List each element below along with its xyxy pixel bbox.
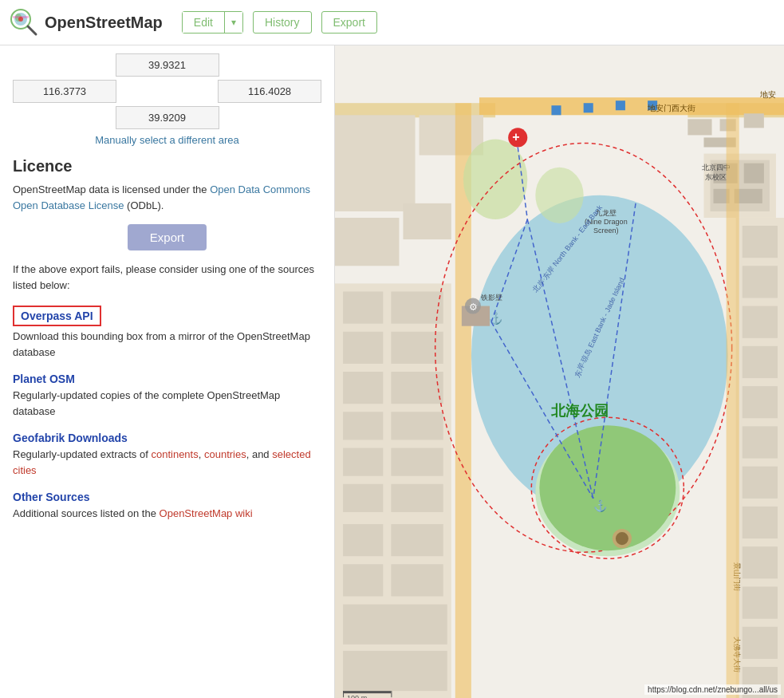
osm-logo-icon — [10, 8, 38, 37]
logo-area: OpenStreetMap — [10, 8, 163, 37]
svg-text:铁影壁: 铁影壁 — [480, 294, 502, 302]
svg-rect-31 — [391, 291, 443, 323]
svg-rect-14 — [687, 119, 711, 135]
edit-dropdown-arrow[interactable]: ▾ — [225, 12, 242, 33]
svg-rect-24 — [335, 115, 416, 211]
map-svg: ⚓ + ⚙ ⚓ — [335, 45, 784, 698]
svg-rect-56 — [743, 507, 778, 538]
svg-rect-53 — [743, 386, 778, 418]
edit-button[interactable]: Edit — [183, 12, 225, 33]
svg-rect-39 — [391, 448, 443, 476]
coord-bottom-row — [13, 106, 321, 129]
svg-rect-52 — [743, 346, 778, 378]
svg-rect-97 — [727, 103, 739, 698]
svg-rect-98 — [343, 691, 391, 693]
main-layout: Manually select a different area Licence… — [0, 45, 784, 698]
svg-text:东校区: 东校区 — [705, 173, 727, 181]
continents-link[interactable]: continents — [151, 448, 198, 460]
svg-rect-58 — [743, 586, 778, 618]
licence-title: Licence — [13, 157, 321, 175]
svg-text:+: + — [512, 129, 519, 144]
other-sources-link[interactable]: Other Sources — [13, 491, 89, 503]
countries-link[interactable]: countries — [204, 448, 246, 460]
header: OpenStreetMap Edit ▾ History Export — [0, 0, 784, 45]
other-sources-desc: Additional sources listed on the OpenStr… — [13, 506, 321, 522]
svg-text:Screen): Screen) — [593, 227, 619, 235]
svg-rect-34 — [343, 372, 383, 404]
history-button[interactable]: History — [253, 11, 312, 34]
svg-text:⚓: ⚓ — [489, 311, 503, 325]
svg-rect-59 — [743, 627, 778, 659]
osm-wiki-link[interactable]: OpenStreetMap wiki — [160, 507, 253, 519]
svg-rect-32 — [343, 332, 383, 364]
planet-osm-link[interactable]: Planet OSM — [13, 373, 75, 385]
export-button[interactable]: Export — [128, 224, 207, 250]
svg-rect-100 — [343, 691, 344, 697]
licence-section: Licence OpenStreetMap data is licensed u… — [13, 157, 321, 213]
export-nav-button[interactable]: Export — [321, 11, 377, 34]
licence-text: OpenStreetMap data is licensed under the… — [13, 182, 321, 213]
coord-middle-row — [13, 80, 321, 103]
svg-line-4 — [28, 26, 36, 34]
svg-rect-54 — [743, 426, 778, 458]
source-planet-osm: Planet OSM Regularly-updated copies of t… — [13, 373, 321, 419]
svg-rect-21 — [744, 164, 764, 183]
svg-rect-41 — [391, 484, 443, 512]
svg-rect-37 — [391, 412, 443, 440]
svg-rect-80 — [551, 105, 561, 115]
geofabrik-link[interactable]: Geofabrik Downloads — [13, 432, 128, 444]
svg-rect-38 — [343, 448, 383, 476]
svg-point-73 — [616, 532, 628, 545]
svg-rect-26 — [335, 218, 399, 266]
source-other: Other Sources Additional sources listed … — [13, 491, 321, 522]
svg-rect-55 — [743, 467, 778, 499]
svg-rect-16 — [744, 113, 764, 128]
edit-dropdown[interactable]: Edit ▾ — [182, 11, 243, 34]
svg-rect-49 — [743, 226, 778, 258]
svg-rect-27 — [403, 203, 451, 239]
fail-text: If the above export fails, please consid… — [13, 262, 321, 293]
svg-text:100 m: 100 m — [347, 694, 367, 698]
svg-text:北海公园: 北海公园 — [550, 403, 609, 419]
svg-rect-81 — [584, 103, 593, 112]
svg-text:⚙: ⚙ — [469, 302, 478, 313]
source-overpass: Overpass API Download this bounding box … — [13, 306, 321, 360]
svg-text:地安: 地安 — [759, 90, 776, 99]
svg-rect-44 — [343, 564, 383, 596]
svg-rect-82 — [616, 101, 625, 110]
svg-text:地安门西大街: 地安门西大街 — [647, 104, 695, 112]
coord-top-input[interactable] — [116, 53, 219, 77]
svg-text:⚓: ⚓ — [593, 499, 608, 513]
geofabrik-desc: Regularly-updated extracts of continents… — [13, 447, 321, 478]
source-geofabrik: Geofabrik Downloads Regularly-updated ex… — [13, 432, 321, 478]
svg-rect-50 — [743, 266, 778, 298]
svg-point-70 — [539, 425, 676, 550]
svg-rect-36 — [343, 412, 383, 440]
svg-rect-57 — [743, 546, 778, 578]
overpass-api-desc: Download this bounding box from a mirror… — [13, 329, 321, 360]
planet-osm-desc: Regularly-updated copies of the complete… — [13, 388, 321, 419]
svg-rect-25 — [420, 115, 483, 155]
svg-point-5 — [18, 17, 23, 22]
svg-rect-35 — [391, 372, 443, 404]
svg-rect-43 — [391, 524, 443, 556]
svg-rect-45 — [391, 564, 443, 596]
svg-rect-47 — [343, 651, 447, 691]
coord-left-input[interactable] — [13, 80, 116, 103]
logo-text: OpenStreetMap — [45, 14, 163, 32]
svg-text:北京四中: 北京四中 — [702, 164, 731, 172]
map-area[interactable]: ⚓ + ⚙ ⚓ — [335, 45, 784, 698]
sidebar: Manually select a different area Licence… — [0, 45, 335, 698]
coord-top-row — [13, 53, 321, 77]
svg-rect-51 — [743, 306, 778, 338]
svg-point-62 — [535, 168, 583, 223]
coord-bottom-input[interactable] — [116, 106, 219, 129]
svg-rect-46 — [343, 605, 447, 645]
manually-select-link[interactable]: Manually select a different area — [13, 134, 321, 146]
sources-list: Overpass API Download this bounding box … — [13, 306, 321, 522]
svg-rect-99 — [391, 691, 392, 697]
coord-right-input[interactable] — [218, 80, 321, 103]
map-attribution: https://blog.cdn.net/znebungo...all/us — [644, 684, 781, 695]
svg-rect-40 — [343, 484, 383, 512]
overpass-api-link[interactable]: Overpass API — [13, 306, 101, 326]
